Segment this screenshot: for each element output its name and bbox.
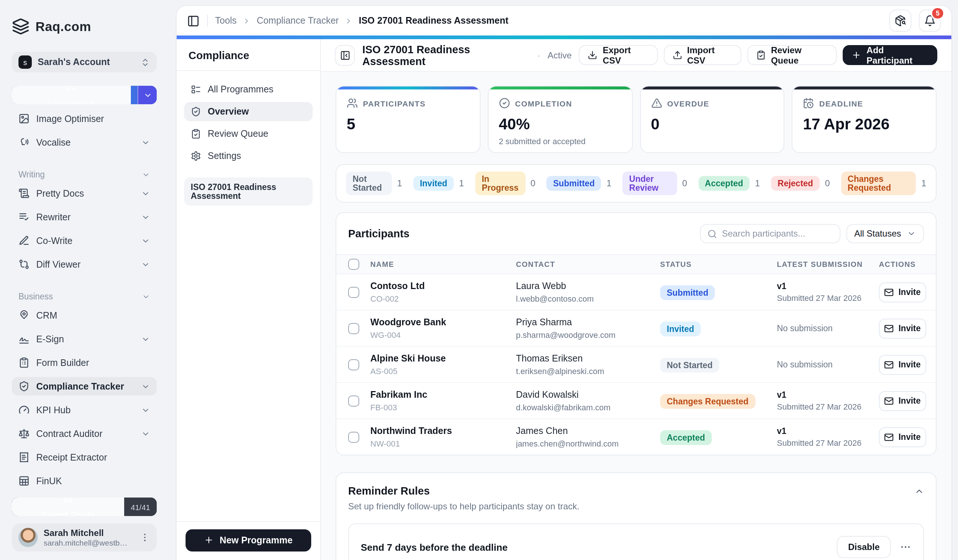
invite-button[interactable]: Invite <box>879 318 926 338</box>
page-header: ISO 27001 Readiness Assessment · Active … <box>321 39 951 72</box>
collapse-panel-button[interactable] <box>335 45 355 65</box>
reminder-rule-item: Send 7 days before the deadline Disable <box>348 524 924 560</box>
status-summary-item: Under Review0 <box>622 171 687 195</box>
sidebar-item-label: Contract Auditor <box>36 428 135 439</box>
cell-contact: Laura Webbl.webb@contoso.com <box>516 281 660 303</box>
row-checkbox[interactable] <box>348 432 359 443</box>
programme-item[interactable]: ISO 27001 Readiness Assessment <box>184 178 312 206</box>
panel-item-review-queue[interactable]: Review Queue <box>184 124 312 143</box>
sidebar-item-rewriter[interactable]: Rewriter <box>12 208 157 226</box>
account-label: Sarah's Account <box>38 57 135 67</box>
status-pill-not-started: Not Started <box>346 171 392 195</box>
export-csv-button[interactable]: Export CSV <box>579 45 658 65</box>
cell-status: Submitted <box>660 286 777 299</box>
collapse-section-icon[interactable] <box>914 486 924 496</box>
participants-title: Participants <box>348 228 409 240</box>
import-csv-button[interactable]: Import CSV <box>663 45 741 65</box>
sidebar-section-writing[interactable]: Writing <box>12 169 157 180</box>
column-header-actions: ACTIONS <box>879 260 924 268</box>
stat-label: COMPLETION <box>515 99 573 108</box>
status-count: 0 <box>530 178 535 189</box>
breadcrumb-tools[interactable]: Tools <box>215 16 236 26</box>
review-queue-button[interactable]: Review Queue <box>747 45 837 65</box>
sidebar-item-label: Pretty Docs <box>36 188 135 198</box>
status-filter-dropdown[interactable]: All Statuses <box>846 224 924 243</box>
sidebar-section-business[interactable]: Business <box>12 291 157 301</box>
participant-name: Alpine Ski House <box>370 353 516 364</box>
sidebar-item-compliance-tracker[interactable]: Compliance Tracker <box>12 377 157 395</box>
select-tools-button[interactable]: Select Tools 41/41 <box>12 498 157 516</box>
compliance-panel: Compliance All ProgrammesOverviewReview … <box>177 39 321 560</box>
status-pill-under-review: Under Review <box>622 171 677 195</box>
sidebar-item-image-optimiser[interactable]: Image Optimiser <box>12 109 157 128</box>
panel-item-label: Review Queue <box>208 128 268 139</box>
mail-icon <box>885 396 894 406</box>
sidebar-item-e-sign[interactable]: E-Sign <box>12 330 157 348</box>
column-header-contact: CONTACT <box>516 260 660 268</box>
cell-latest-submission: v1Submitted 27 Mar 2026 <box>777 282 879 302</box>
sidebar-item-pretty-docs[interactable]: Pretty Docs <box>12 184 157 203</box>
app-window: Raq.com s Sarah's Account LaunchpadImage… <box>0 0 958 560</box>
cell-name: Fabrikam IncFB-003 <box>370 390 516 412</box>
sidebar-item-vocalise[interactable]: Vocalise <box>12 133 157 152</box>
search-participants[interactable] <box>699 224 840 243</box>
search-input[interactable] <box>722 228 833 239</box>
page-content: PARTICIPANTS5COMPLETION40%2 submitted or… <box>321 72 951 560</box>
sidebar-item-launchpad[interactable]: Launchpad <box>12 86 157 104</box>
account-switcher[interactable]: s Sarah's Account <box>12 52 157 73</box>
page-title: ISO 27001 Readiness Assessment <box>362 43 530 67</box>
invite-button[interactable]: Invite <box>879 354 926 374</box>
panel-item-settings[interactable]: Settings <box>184 146 312 166</box>
rule-menu-icon[interactable] <box>899 541 912 553</box>
shieldcheck-icon <box>191 106 201 117</box>
invite-button[interactable]: Invite <box>879 427 926 447</box>
panel-item-overview[interactable]: Overview <box>184 102 312 121</box>
notifications-button[interactable]: 5 <box>919 10 941 32</box>
sidebar-item-finuk[interactable]: FinUK <box>12 472 157 490</box>
breadcrumb-separator-icon <box>243 17 251 25</box>
stat-label: DEADLINE <box>819 99 863 108</box>
sidebar-item-contract-auditor[interactable]: Contract Auditor <box>12 424 157 443</box>
table-row: Alpine Ski HouseAS-005Thomas Eriksent.er… <box>336 346 936 382</box>
select-all-checkbox[interactable] <box>348 259 359 270</box>
new-programme-button[interactable]: New Programme <box>186 529 311 551</box>
disable-button[interactable]: Disable <box>837 536 891 558</box>
sidebar-primary-nav: LaunchpadImage OptimiserVocalise <box>12 86 157 152</box>
panel-item-all-programmes[interactable]: All Programmes <box>184 80 312 99</box>
row-checkbox[interactable] <box>348 395 359 406</box>
breadcrumb-iso-27001-readiness-assessment[interactable]: ISO 27001 Readiness Assessment <box>359 16 509 26</box>
breadcrumb-compliance-tracker[interactable]: Compliance Tracker <box>257 16 339 26</box>
invite-button[interactable]: Invite <box>879 282 926 302</box>
status-count: 1 <box>755 178 760 189</box>
row-checkbox[interactable] <box>348 323 359 334</box>
sidebar-item-kpi-hub[interactable]: KPI Hub <box>12 401 157 419</box>
invite-label: Invite <box>898 324 921 333</box>
panel-item-label: Settings <box>208 151 241 161</box>
cell-contact: Priya Sharmap.sharma@woodgrove.com <box>516 317 660 339</box>
table-icon <box>19 475 30 487</box>
user-menu-icon[interactable] <box>140 532 150 543</box>
cell-actions: Invite <box>879 354 926 374</box>
brand-logo: Raq.com <box>12 18 157 35</box>
sidebar-item-crm[interactable]: CRM <box>12 306 157 325</box>
add-participant-button[interactable]: Add Participant <box>843 45 937 65</box>
package-search-button[interactable] <box>889 10 912 32</box>
panel-toggle-icon[interactable] <box>187 14 200 27</box>
gear-icon <box>191 151 201 161</box>
sidebar-item-diff-viewer[interactable]: Diff Viewer <box>12 255 157 273</box>
voice-icon <box>19 137 30 148</box>
stat-card-completion: COMPLETION40%2 submitted or accepted <box>488 86 633 153</box>
contact-email: l.webb@contoso.com <box>516 294 660 303</box>
user-email: sarah.mitchell@westbur... <box>44 538 131 547</box>
row-checkbox[interactable] <box>348 359 359 370</box>
sidebar-item-receipt-extractor[interactable]: Receipt Extractor <box>12 448 157 466</box>
sidebar-item-expander[interactable] <box>138 86 157 104</box>
invite-button[interactable]: Invite <box>879 391 926 411</box>
sidebar-item-co-write[interactable]: Co-Write <box>12 232 157 250</box>
row-checkbox[interactable] <box>348 287 359 298</box>
user-card[interactable]: Sarah Mitchell sarah.mitchell@westbur... <box>12 524 157 552</box>
page-actions: Export CSVImport CSVReview QueueAdd Part… <box>579 45 937 65</box>
contact-name: David Kowalski <box>516 390 660 400</box>
status-count: 1 <box>922 178 926 189</box>
sidebar-item-form-builder[interactable]: Form Builder <box>12 353 157 372</box>
